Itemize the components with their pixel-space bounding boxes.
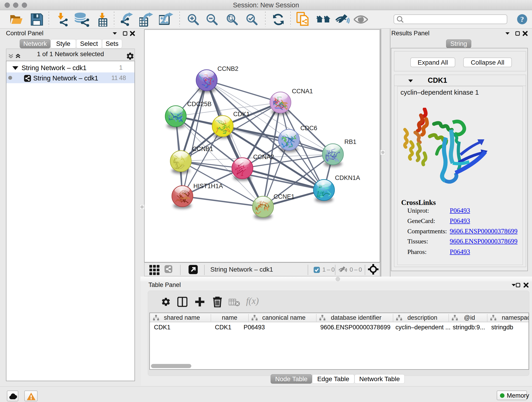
- svg-text:CDK1: CDK1: [233, 111, 250, 118]
- svg-text:CCNA1: CCNA1: [292, 88, 313, 95]
- svg-text:HIST1H1A: HIST1H1A: [193, 183, 223, 190]
- svg-text:CCNE1: CCNE1: [273, 193, 295, 200]
- svg-text:?: ?: [520, 15, 524, 23]
- svg-text:CDKN1A: CDKN1A: [335, 174, 360, 181]
- svg-text:CDC6: CDC6: [300, 125, 317, 132]
- svg-text:CCNB1: CCNB1: [192, 146, 213, 153]
- svg-text:CCNB2: CCNB2: [217, 65, 239, 72]
- svg-text:RB1: RB1: [344, 138, 356, 145]
- svg-text:CDC25B: CDC25B: [187, 101, 212, 108]
- svg-text:CCNA2: CCNA2: [253, 153, 274, 160]
